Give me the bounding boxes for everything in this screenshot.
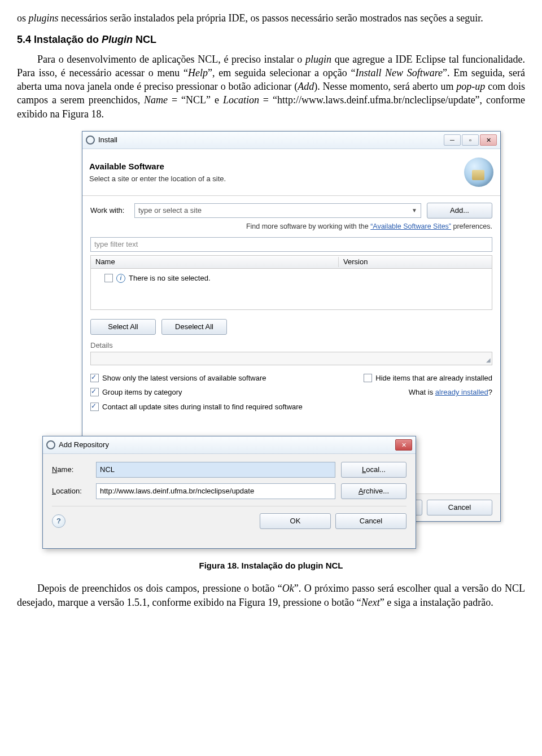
add-button[interactable]: Add... (427, 203, 492, 219)
already-installed-link[interactable]: already installed (435, 388, 488, 396)
select-all-button[interactable]: Select All (90, 319, 156, 335)
opt-contact-sites: Contact all update sites during install … (102, 402, 303, 412)
already-installed-text: What is already installed? (409, 387, 492, 397)
tree-header: Name Version (90, 255, 492, 269)
figure-caption: Figura 18. Instalação do plugin NCL (17, 560, 525, 571)
details-box: ◢ (90, 352, 492, 365)
cancel-button[interactable]: Cancel (335, 513, 406, 529)
header-subtitle: Select a site or enter the location of a… (89, 174, 226, 184)
eclipse-icon (86, 136, 95, 145)
close-button[interactable]: ✕ (395, 439, 412, 451)
paragraph-intro: os plugins necessários serão instalados … (17, 11, 525, 25)
close-button[interactable]: ✕ (480, 134, 497, 146)
resize-grip-icon[interactable]: ◢ (486, 356, 491, 364)
maximize-button[interactable]: ▫ (462, 134, 479, 146)
work-with-label: Work with: (90, 206, 134, 216)
opt-latest-versions: Show only the latest versions of availab… (102, 373, 266, 383)
chevron-down-icon: ▼ (412, 207, 417, 215)
install-header: Available Software Select a site or ente… (82, 149, 500, 196)
info-icon: i (116, 274, 125, 283)
available-sites-hint: Find more software by working with the “… (90, 222, 492, 231)
paragraph-after: Depois de preenchidos os dois campos, pr… (17, 582, 525, 609)
details-label: Details (90, 340, 492, 351)
column-name[interactable]: Name (91, 257, 339, 267)
addrepo-title: Add Repository (59, 440, 109, 450)
location-input[interactable]: http://www.laws.deinf.ufma.br/ncleclipse… (96, 483, 335, 499)
cancel-button[interactable]: Cancel (427, 500, 492, 515)
minimize-button[interactable]: ─ (444, 134, 461, 146)
archive-button[interactable]: Archive... (341, 483, 406, 499)
tree-row: i There is no site selected. (104, 273, 487, 283)
filter-input[interactable]: type filter text (90, 237, 492, 252)
available-sites-link[interactable]: “Available Software Sites” (370, 222, 451, 230)
no-site-message: There is no site selected. (129, 273, 211, 283)
ok-button[interactable]: OK (260, 513, 331, 529)
opt-group-category: Group items by category (102, 387, 182, 397)
checkbox-icon[interactable] (104, 274, 113, 282)
opt-hide-installed: Hide items that are already installed (375, 373, 492, 383)
install-titlebar: Install ─ ▫ ✕ (82, 132, 500, 149)
name-label: Name: (52, 465, 90, 475)
checkbox-icon[interactable] (90, 403, 99, 411)
checkbox-icon[interactable] (364, 374, 372, 382)
help-icon[interactable]: ? (52, 514, 65, 528)
header-title: Available Software (89, 161, 226, 172)
location-label: Location: (52, 486, 90, 496)
checkbox-icon[interactable] (90, 388, 99, 396)
checkbox-icon[interactable] (90, 374, 99, 382)
figure-18-screenshot: Install ─ ▫ ✕ Available Software Select … (42, 131, 500, 554)
name-input[interactable]: NCL (96, 462, 335, 478)
deselect-all-button[interactable]: Deselect All (161, 319, 227, 335)
paragraph-body: Para o desenvolvimento de aplicações NCL… (17, 53, 525, 121)
software-globe-icon (464, 158, 493, 187)
tree-body: i There is no site selected. (90, 269, 492, 310)
add-repository-dialog: Add Repository ✕ Name: NCL Local... Loca… (42, 436, 416, 549)
addrepo-titlebar: Add Repository ✕ (43, 436, 416, 454)
section-heading: 5.4 Instalação do Plugin NCL (17, 33, 525, 46)
column-version[interactable]: Version (339, 257, 492, 267)
eclipse-icon (46, 440, 55, 449)
local-button[interactable]: Local... (341, 462, 406, 478)
install-title: Install (98, 135, 117, 145)
work-with-combo[interactable]: type or select a site ▼ (134, 203, 421, 218)
